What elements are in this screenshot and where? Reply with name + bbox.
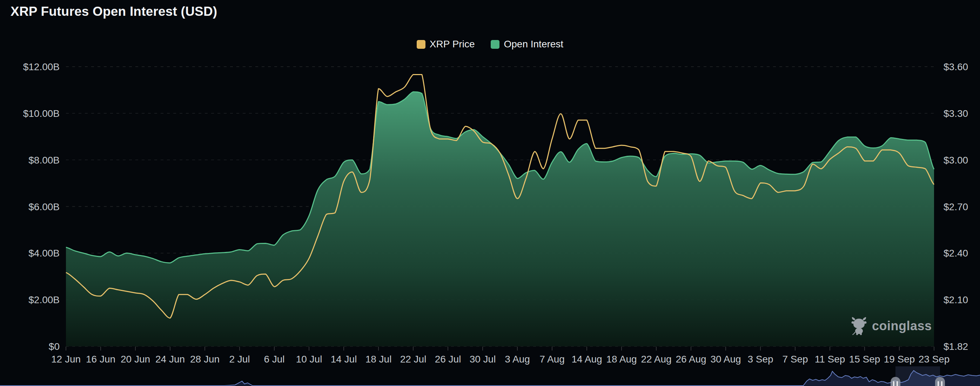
x-axis-label: 3 Aug [505, 354, 530, 365]
x-axis-label: 19 Sep [884, 354, 915, 365]
navigator[interactable] [0, 366, 980, 386]
x-axis-label: 26 Jul [435, 354, 461, 365]
oi-price-chart-canvas[interactable]: $12.00B$3.60$10.00B$3.30$8.00B$3.00$6.00… [0, 0, 980, 386]
x-axis-label: 12 Jun [51, 354, 81, 365]
y-axis-label-right: $3.60 [943, 61, 968, 72]
handle-grip-bar-icon [937, 381, 939, 386]
coinglass-bull-icon [850, 316, 868, 335]
y-axis-label-left: $6.00B [29, 201, 60, 212]
x-axis-label: 10 Jul [296, 354, 322, 365]
navigator-area [0, 370, 980, 386]
x-axis-label: 22 Aug [641, 354, 671, 365]
handle-grip-bar-icon [893, 381, 894, 386]
x-axis-label: 2 Jul [229, 354, 250, 365]
y-axis-label-right: $3.00 [943, 155, 968, 166]
x-axis-label: 23 Sep [919, 354, 950, 365]
x-axis-label: 6 Jul [264, 354, 285, 365]
y-axis-label-left: $10.00B [23, 108, 60, 119]
y-axis-label-right: $3.30 [943, 108, 968, 119]
y-axis-label-left: $0 [49, 341, 60, 352]
x-axis-label: 15 Sep [849, 354, 880, 365]
x-axis-label: 16 Jun [86, 354, 115, 365]
xrp-open-interest-page: XRP Futures Open Interest (USD) XRP Pric… [0, 0, 980, 386]
x-axis-label: 18 Aug [606, 354, 636, 365]
y-axis-label-right: $2.70 [943, 201, 968, 212]
x-axis-label: 24 Jun [155, 354, 185, 365]
coinglass-watermark-text: coinglass [872, 319, 932, 333]
x-axis-label: 7 Aug [539, 354, 565, 365]
y-axis-label-left: $4.00B [29, 248, 60, 258]
x-axis-label: 28 Jun [190, 354, 220, 365]
open-interest-area [66, 92, 934, 346]
y-axis-label-right: $2.10 [943, 294, 968, 305]
x-axis-label: 30 Aug [710, 354, 741, 365]
x-axis-label: 26 Aug [676, 354, 706, 365]
coinglass-watermark: coinglass [850, 316, 932, 335]
y-axis-label-left: $12.00B [23, 61, 60, 72]
x-axis-label: 14 Aug [571, 354, 602, 365]
x-axis-label: 30 Jul [470, 354, 496, 365]
y-axis-label-left: $8.00B [29, 155, 60, 166]
x-axis-label: 3 Sep [748, 354, 773, 365]
x-axis-label: 18 Jul [366, 354, 392, 365]
y-axis-label-left: $2.00B [29, 294, 60, 305]
x-axis-label: 7 Sep [782, 354, 808, 365]
x-axis-label: 14 Jul [331, 354, 357, 365]
x-axis-label: 20 Jun [121, 354, 150, 365]
y-axis-label-right: $1.82 [943, 341, 968, 352]
handle-grip-bar-icon [897, 381, 898, 386]
x-axis-label: 11 Sep [815, 354, 845, 365]
x-axis-label: 22 Jul [400, 354, 426, 365]
handle-grip-bar-icon [941, 381, 942, 386]
y-axis-label-right: $2.40 [943, 248, 968, 258]
x-axis: 12 Jun16 Jun20 Jun24 Jun28 Jun2 Jul6 Jul… [51, 347, 950, 365]
navigator-selection-window[interactable] [896, 366, 940, 386]
